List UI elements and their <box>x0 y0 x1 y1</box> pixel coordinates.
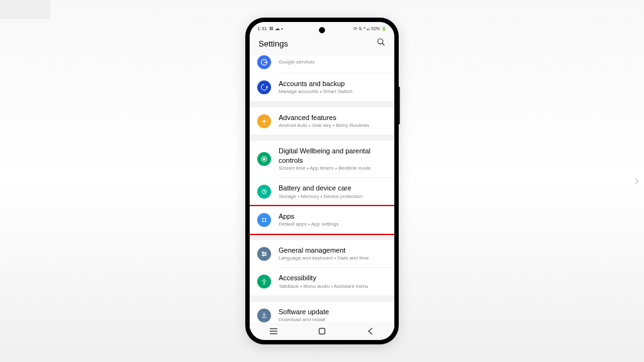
item-title: Advanced features <box>279 113 387 122</box>
phone-frame: 1:31 ⊠ ☁ • ⟳ ⇅ ᴺ ₄ᵢₗ 52% 🔋 Settings <box>245 18 399 344</box>
svg-point-7 <box>262 218 264 220</box>
svg-point-3 <box>263 120 265 123</box>
settings-item-accessibility[interactable]: Accessibility TalkBack • Mono audio • As… <box>250 268 394 295</box>
search-button[interactable] <box>377 38 386 49</box>
status-right-icons: ⟳ ⇅ ᴺ ₄ᵢₗ <box>353 26 370 31</box>
status-battery: 52% <box>371 26 380 31</box>
item-subtitle: TalkBack • Mono audio • Assistant menu <box>279 283 387 290</box>
phone-side-button <box>399 87 400 124</box>
svg-point-17 <box>264 279 265 280</box>
item-subtitle: Default apps • App settings <box>279 221 387 228</box>
navigation-bar <box>250 322 394 340</box>
item-subtitle: Language and keyboard • Date and time <box>279 255 387 261</box>
settings-list[interactable]: Google services Accounts and backup Mana… <box>250 55 394 329</box>
battery-icon: 🔋 <box>381 26 387 31</box>
home-icon <box>318 327 326 335</box>
general-icon <box>257 247 271 261</box>
svg-point-16 <box>263 255 264 256</box>
page-decoration <box>0 0 50 19</box>
software-update-icon <box>257 309 271 322</box>
svg-point-0 <box>378 39 383 44</box>
item-title: Accounts and backup <box>279 79 387 88</box>
item-subtitle: Screen time • App timers • Bedtime mode <box>279 165 387 172</box>
item-title: General management <box>279 246 387 255</box>
phone-screen: 1:31 ⊠ ☁ • ⟳ ⇅ ᴺ ₄ᵢₗ 52% 🔋 Settings <box>250 22 394 340</box>
recent-icon <box>269 327 278 335</box>
accessibility-icon <box>257 275 271 288</box>
front-camera <box>319 27 325 33</box>
settings-item-wellbeing[interactable]: Digital Wellbeing and parental controls … <box>250 141 394 177</box>
svg-point-15 <box>265 253 266 255</box>
settings-item-accounts[interactable]: Accounts and backup Manage accounts • Sm… <box>250 74 394 101</box>
settings-item-google[interactable]: Google services <box>250 55 394 73</box>
nav-back-button[interactable] <box>355 327 386 335</box>
carousel-next-icon[interactable]: › <box>635 173 639 189</box>
status-left-icons: ⊠ ☁ • <box>269 26 283 31</box>
app-header: Settings <box>250 33 394 55</box>
item-subtitle: Storage • Memory • Device protection <box>279 194 387 200</box>
svg-point-14 <box>262 251 264 253</box>
search-icon <box>377 38 386 47</box>
item-title: Battery and device care <box>279 184 387 192</box>
settings-item-battery[interactable]: Battery and device care Storage • Memory… <box>250 178 394 206</box>
item-title: Digital Wellbeing and parental controls <box>279 146 387 165</box>
nav-home-button[interactable] <box>306 327 338 335</box>
item-subtitle: Google services <box>279 59 387 65</box>
advanced-icon <box>257 114 271 128</box>
item-subtitle: Android Auto • Side key • Bixby Routines <box>279 123 387 129</box>
item-title: Accessibility <box>279 273 387 282</box>
back-icon <box>367 327 374 335</box>
wellbeing-icon <box>257 152 271 166</box>
status-time: 1:31 <box>257 26 267 31</box>
svg-line-1 <box>382 43 385 46</box>
svg-point-5 <box>264 158 265 160</box>
settings-item-general[interactable]: General management Language and keyboard… <box>250 240 394 268</box>
item-subtitle: Manage accounts • Smart Switch <box>279 89 387 95</box>
apps-icon <box>257 213 271 227</box>
settings-item-apps[interactable]: Apps Default apps • App settings <box>250 206 394 234</box>
device-care-icon <box>257 185 271 199</box>
google-icon <box>257 55 271 69</box>
item-title: Apps <box>279 212 387 221</box>
nav-recent-button[interactable] <box>258 327 289 335</box>
svg-rect-22 <box>319 329 325 334</box>
svg-point-8 <box>265 218 267 220</box>
svg-point-9 <box>262 221 264 222</box>
page-title: Settings <box>258 39 288 48</box>
item-title: Software update <box>279 307 387 316</box>
backup-icon <box>257 80 271 94</box>
svg-point-10 <box>265 221 267 222</box>
settings-item-advanced[interactable]: Advanced features Android Auto • Side ke… <box>250 107 394 135</box>
